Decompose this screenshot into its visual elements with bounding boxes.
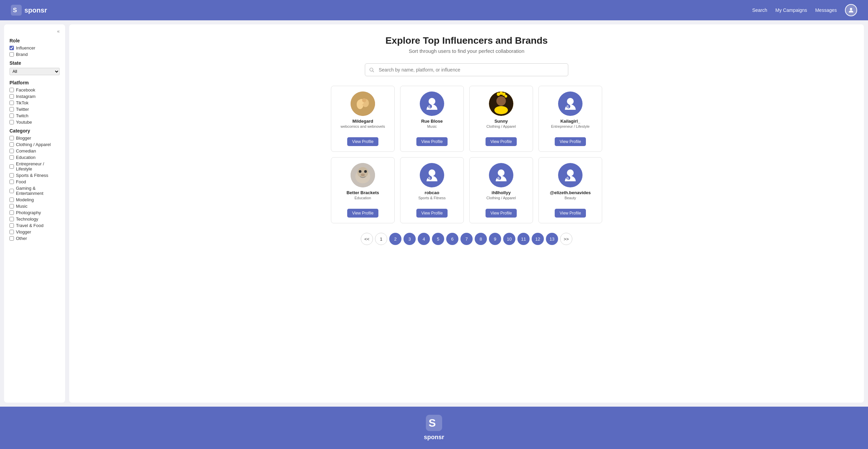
pagination-prev[interactable]: << (361, 233, 373, 245)
pagination-next[interactable]: >> (560, 233, 572, 245)
svg-point-9 (362, 98, 366, 102)
cat-entrepreneur[interactable]: Entrepreneur / Lifestyle (9, 161, 60, 171)
view-profile-btn-kailagirl[interactable]: View Profile (555, 137, 586, 146)
page-10[interactable]: 10 (503, 233, 515, 245)
page-8[interactable]: 8 (475, 233, 487, 245)
platform-tiktok-checkbox[interactable] (9, 101, 14, 105)
profile-card-sunny: Sunny Clothing / Apparel View Profile (469, 86, 533, 152)
svg-text:S: S (497, 177, 500, 180)
view-profile-btn-betterbrackets[interactable]: View Profile (347, 209, 378, 218)
cat-clothing-checkbox[interactable] (9, 142, 14, 147)
sidebar-collapse-btn[interactable]: « (9, 28, 60, 34)
cat-education-checkbox[interactable] (9, 155, 14, 160)
platform-twitter-checkbox[interactable] (9, 107, 14, 111)
avatar-robcao: S (420, 163, 444, 187)
cat-vlogger[interactable]: Vlogger (9, 229, 60, 234)
view-profile-btn-ih8hollyy[interactable]: View Profile (486, 209, 516, 218)
page-6[interactable]: 6 (446, 233, 458, 245)
svg-point-10 (429, 98, 435, 105)
cat-travel-checkbox[interactable] (9, 223, 14, 228)
nav-messages[interactable]: Messages (815, 7, 837, 13)
cat-blogger-checkbox[interactable] (9, 136, 14, 140)
cat-gaming[interactable]: Gaming & Entertainment (9, 186, 60, 196)
view-profile-btn-rue[interactable]: View Profile (416, 137, 447, 146)
page-5[interactable]: 5 (432, 233, 444, 245)
search-input[interactable] (365, 63, 568, 76)
platform-facebook[interactable]: Facebook (9, 87, 60, 93)
sidebar: « Role Influencer Brand State All Platfo… (4, 24, 65, 403)
cat-technology[interactable]: Technology (9, 217, 60, 222)
cat-comedian[interactable]: Comedian (9, 148, 60, 154)
page-4[interactable]: 4 (418, 233, 430, 245)
pagination: << 1 2 3 4 5 6 7 8 9 10 11 12 13 >> (361, 233, 572, 245)
cat-sports[interactable]: Sports & Fitness (9, 173, 60, 178)
cat-modeling-checkbox[interactable] (9, 198, 14, 202)
svg-text:S: S (428, 105, 431, 109)
page-2[interactable]: 2 (389, 233, 401, 245)
platform-instagram[interactable]: Instagram (9, 94, 60, 99)
profile-card-rue: S Rue Blose Music View Profile (400, 86, 464, 152)
platform-facebook-label: Facebook (16, 87, 35, 93)
platform-twitch[interactable]: Twitch (9, 113, 60, 118)
page-7[interactable]: 7 (460, 233, 473, 245)
cat-music-checkbox[interactable] (9, 204, 14, 208)
view-profile-btn-sunny[interactable]: View Profile (486, 137, 516, 146)
page-11[interactable]: 11 (517, 233, 530, 245)
page-13[interactable]: 13 (546, 233, 558, 245)
cat-blogger[interactable]: Blogger (9, 136, 60, 141)
view-profile-btn-elizeth[interactable]: View Profile (555, 209, 586, 218)
profiles-grid: Mildegard webcomics and webnovels View P… (331, 86, 602, 223)
platform-twitter[interactable]: Twitter (9, 107, 60, 112)
view-profile-btn-mildegard[interactable]: View Profile (347, 137, 378, 146)
platform-youtube[interactable]: Youtube (9, 120, 60, 125)
content-area: Explore Top Influencers and Brands Sort … (69, 24, 864, 403)
cat-food-checkbox[interactable] (9, 180, 14, 184)
profile-name-robcao: robcao (425, 190, 439, 195)
cat-music[interactable]: Music (9, 204, 60, 209)
page-12[interactable]: 12 (532, 233, 544, 245)
svg-point-35 (567, 169, 574, 176)
platform-instagram-checkbox[interactable] (9, 94, 14, 99)
page-1[interactable]: 1 (375, 233, 387, 245)
nav-search[interactable]: Search (752, 7, 767, 13)
cat-vlogger-checkbox[interactable] (9, 230, 14, 234)
default-avatar-robcao-icon: S (425, 168, 439, 183)
role-brand-checkbox[interactable] (9, 52, 14, 57)
cat-photography-checkbox[interactable] (9, 210, 14, 215)
cat-education[interactable]: Education (9, 155, 60, 160)
cat-clothing[interactable]: Clothing / Apparel (9, 142, 60, 147)
default-avatar-ih8hollyy-icon: S (494, 168, 509, 183)
profile-card-kailagirl: S Kailagirl_ Entrepreneur / Lifestyle Vi… (538, 86, 602, 152)
profile-cat-sunny: Clothing / Apparel (487, 124, 516, 134)
cat-entrepreneur-checkbox[interactable] (9, 164, 14, 169)
cat-modeling[interactable]: Modeling (9, 197, 60, 202)
cat-comedian-checkbox[interactable] (9, 149, 14, 153)
profile-name-kailagirl: Kailagirl_ (560, 119, 580, 124)
cat-gaming-checkbox[interactable] (9, 189, 14, 193)
avatar-betterbrackets (351, 163, 375, 187)
platform-tiktok[interactable]: TikTok (9, 100, 60, 105)
cat-travel[interactable]: Travel & Food (9, 223, 60, 228)
platform-facebook-checkbox[interactable] (9, 88, 14, 92)
role-brand[interactable]: Brand (9, 52, 60, 57)
page-9[interactable]: 9 (489, 233, 501, 245)
cat-food[interactable]: Food (9, 179, 60, 184)
cat-technology-checkbox[interactable] (9, 217, 14, 221)
logo: S sponsr (11, 5, 47, 16)
cat-photography[interactable]: Photography (9, 210, 60, 215)
page-3[interactable]: 3 (403, 233, 416, 245)
avatar-elizeth: S (558, 163, 583, 187)
platform-youtube-checkbox[interactable] (9, 120, 14, 124)
view-profile-btn-robcao[interactable]: View Profile (416, 209, 447, 218)
profile-card-mildegard: Mildegard webcomics and webnovels View P… (331, 86, 395, 152)
page-title: Explore Top Influencers and Brands (386, 35, 548, 46)
cat-other[interactable]: Other (9, 236, 60, 241)
cat-other-checkbox[interactable] (9, 236, 14, 241)
cat-sports-checkbox[interactable] (9, 173, 14, 178)
role-influencer-checkbox[interactable] (9, 46, 14, 50)
nav-my-campaigns[interactable]: My Campaigns (775, 7, 807, 13)
role-influencer[interactable]: Influencer (9, 45, 60, 50)
user-avatar[interactable] (845, 4, 857, 16)
platform-twitch-checkbox[interactable] (9, 114, 14, 118)
state-select[interactable]: All (9, 68, 60, 75)
